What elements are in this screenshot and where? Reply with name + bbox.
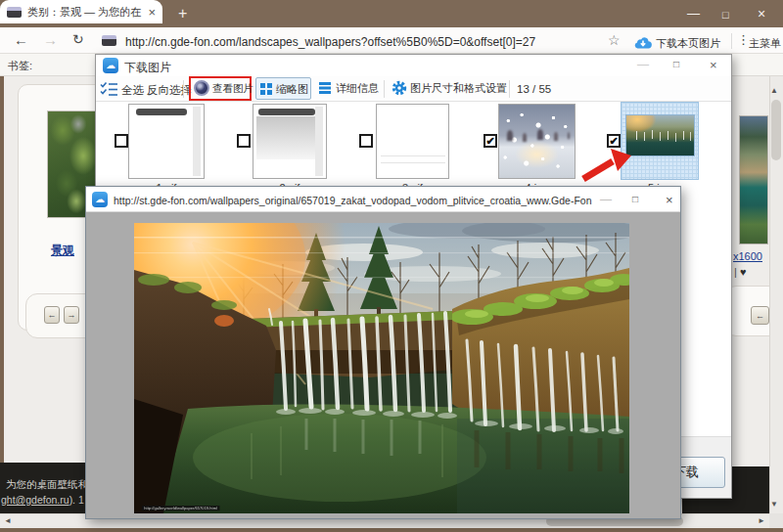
- view-images-label: 查看图片: [212, 82, 253, 96]
- tab-title: 类别：景观 — 为您的在: [27, 5, 142, 20]
- photo-watermark: http://gallery.world/wallpaper/657019.ht…: [142, 499, 276, 509]
- pager-next-button[interactable]: →: [64, 306, 79, 324]
- dialog-close-button[interactable]: ×: [710, 58, 717, 72]
- download-dialog-titlebar: ☁ 下载图片 — □ ×: [96, 55, 731, 76]
- dialog-maximize-button[interactable]: □: [673, 59, 679, 69]
- item-checkbox[interactable]: [115, 134, 128, 148]
- main-menu-button[interactable]: 主菜单: [749, 36, 781, 51]
- toolbar-separator: [384, 80, 385, 98]
- category-link[interactable]: 景观: [51, 243, 74, 259]
- browser-tab[interactable]: 类别：景观 — 为您的在 ×: [0, 0, 162, 23]
- site-favicon-icon: [7, 7, 22, 18]
- dialog-minimize-button[interactable]: —: [637, 58, 649, 71]
- reload-icon[interactable]: ↻: [72, 31, 84, 47]
- item-thumbnail[interactable]: [376, 104, 449, 179]
- scroll-left-icon[interactable]: ◄: [4, 516, 12, 525]
- bookmarks-label: 书签:: [8, 59, 32, 73]
- waterfall-photo: http://gallery.world/wallpaper/657019.ht…: [134, 223, 629, 513]
- side-pager-button[interactable]: ←: [751, 306, 769, 325]
- view-images-button-annotated[interactable]: 查看图片: [189, 76, 252, 101]
- toolbar-separator: [731, 33, 732, 49]
- gear-icon: [392, 80, 407, 100]
- pager-prev-button[interactable]: ←: [44, 306, 60, 324]
- favorite-heart-icon[interactable]: ♥: [740, 266, 747, 278]
- footer-text: 为您的桌面壁纸和: [6, 478, 88, 492]
- select-all-button[interactable]: 全选: [121, 83, 144, 98]
- footer-email-line: ght@gdefon.ru). 1: [1, 494, 84, 506]
- back-icon[interactable]: ←: [14, 31, 28, 48]
- downloader-app-icon: ☁: [103, 58, 118, 73]
- wallpaper-thumbnail-right[interactable]: [739, 115, 768, 244]
- dialog-minimize-button[interactable]: —: [600, 193, 612, 206]
- tab-close-icon[interactable]: ×: [148, 5, 156, 20]
- annotation-arrow-icon: [576, 147, 632, 188]
- page-footer-right-strip: [682, 499, 769, 513]
- preview-dialog-title: http://st.gde-fon.com/wallpapers_origina…: [114, 195, 592, 206]
- grid-icon: [260, 83, 265, 88]
- size-format-settings-button[interactable]: 图片尺寸和格式设置: [392, 79, 507, 99]
- window-minimize-button[interactable]: —: [687, 7, 700, 21]
- window-border-left: [0, 76, 4, 463]
- details-view-button[interactable]: 详细信息: [319, 79, 380, 99]
- waterfall-mini-thumb: [625, 114, 695, 156]
- forward-icon[interactable]: →: [43, 31, 58, 48]
- item-checkbox[interactable]: ✔: [484, 134, 497, 148]
- invert-selection-button[interactable]: 反向选择: [147, 83, 192, 98]
- scrollbar-corner: [769, 513, 783, 528]
- thumbnails-view-label: 缩略图: [276, 82, 308, 97]
- downloader-app-icon: ☁: [92, 192, 108, 207]
- scroll-down-icon[interactable]: ▼: [770, 500, 778, 509]
- thumbnails-view-button[interactable]: 缩略图: [255, 77, 311, 100]
- browser-window: 类别：景观 — 为您的在 × + — □ × ← → ↻ http://cn.g…: [0, 0, 783, 532]
- image-preview-dialog: ☁ http://st.gde-fon.com/wallpapers_origi…: [85, 186, 681, 519]
- wallpaper-meta-row: | ♥: [734, 266, 746, 278]
- select-all-icon: [100, 81, 118, 102]
- download-dialog-toolbar: 全选 反向选择 查看图片 缩略图 详细信息 图片尺寸和格式设置: [96, 76, 731, 102]
- vertical-scroll-thumb[interactable]: [771, 100, 781, 160]
- download-dialog-title: 下载图片: [124, 60, 171, 76]
- item-checkbox[interactable]: [359, 134, 373, 148]
- footer-email-link[interactable]: ght@gdefon.ru: [1, 494, 69, 506]
- item-thumbnail[interactable]: [253, 104, 327, 179]
- address-bar[interactable]: http://cn.gde-fon.com/landscapes_wallpap…: [125, 35, 601, 49]
- address-favicon-icon: [102, 35, 116, 46]
- window-border-bottom: [0, 528, 783, 532]
- bookmark-star-icon[interactable]: ☆: [608, 32, 621, 48]
- item-thumbnail-selected[interactable]: [621, 102, 699, 180]
- eye-icon: [194, 80, 209, 96]
- download-page-button[interactable]: 下载本页图片: [656, 36, 720, 51]
- item-thumbnail[interactable]: [128, 104, 205, 179]
- new-tab-button[interactable]: +: [178, 5, 187, 22]
- page-footer-left: 为您的桌面壁纸和 ght@gdefon.ru). 1: [0, 463, 95, 513]
- preview-dialog-titlebar: ☁ http://st.gde-fon.com/wallpapers_origi…: [86, 187, 680, 212]
- toolbar-separator: [183, 80, 184, 98]
- item-checkbox[interactable]: [237, 134, 251, 148]
- size-format-settings-label: 图片尺寸和格式设置: [410, 81, 507, 96]
- scroll-right-icon[interactable]: ►: [758, 516, 765, 525]
- resolution-link[interactable]: x1600: [733, 250, 762, 262]
- item-thumbnail[interactable]: [498, 104, 576, 179]
- toolbar-separator: [509, 80, 510, 98]
- download-cloud-icon[interactable]: [634, 35, 652, 53]
- dialog-close-button[interactable]: ×: [666, 193, 673, 207]
- dialog-maximize-button[interactable]: □: [632, 194, 638, 204]
- item-checkbox[interactable]: ✔: [607, 134, 621, 148]
- window-close-button[interactable]: ×: [758, 7, 765, 21]
- selection-counter: 13 / 55: [517, 83, 551, 95]
- window-maximize-button[interactable]: □: [722, 8, 729, 22]
- list-icon: [319, 82, 331, 85]
- browser-titlebar: 类别：景观 — 为您的在 ×: [0, 0, 783, 27]
- details-view-label: 详细信息: [336, 81, 379, 96]
- meta-divider: |: [734, 266, 737, 278]
- scroll-up-icon[interactable]: ▲: [770, 86, 778, 95]
